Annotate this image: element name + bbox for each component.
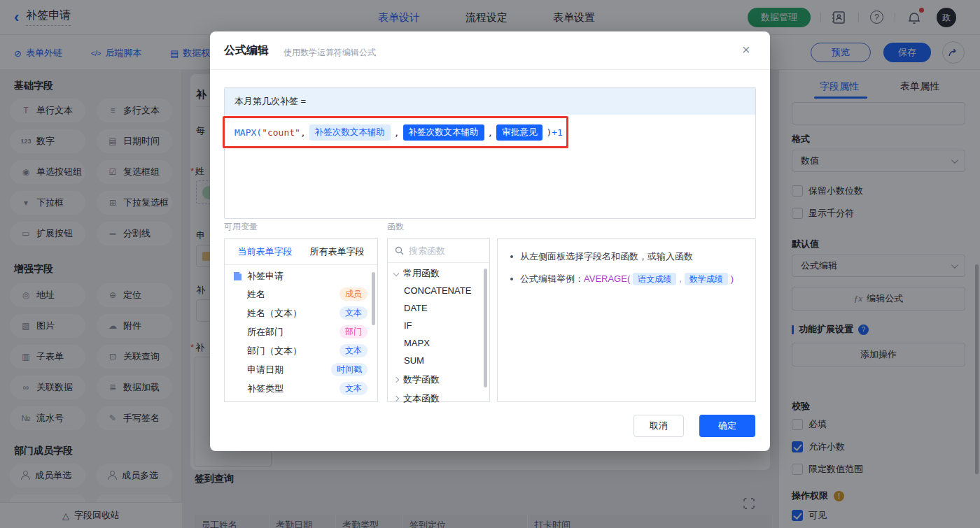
variable-row[interactable]: 补签类型文本	[225, 379, 377, 398]
functions-scrollbar[interactable]	[484, 269, 487, 387]
variable-row[interactable]: 部门（文本）文本	[225, 341, 377, 360]
field-type-badge: 文本	[340, 382, 368, 395]
formula-field-chip-selected[interactable]: 审批意见	[496, 124, 542, 141]
modal-subtitle: 使用数学运算符编辑公式	[284, 47, 376, 59]
variables-label: 可用变量	[224, 221, 258, 233]
search-icon	[395, 246, 404, 255]
formula-target-bar: 本月第几次补签 =	[225, 88, 755, 115]
modal-title: 公式编辑	[224, 43, 269, 58]
field-type-badge: 时间戳	[331, 363, 368, 376]
function-item[interactable]: SUM	[388, 352, 489, 369]
hint-line-2: 公式编辑举例：AVERAGE(语文成绩,数学成绩)	[520, 273, 734, 285]
functions-label: 函数	[387, 221, 404, 233]
formula-expression[interactable]: MAPX("count",补签次数文本辅助,补签次数文本辅助,审批意见)+1	[234, 124, 563, 141]
chevron-expanded-icon	[393, 271, 399, 276]
field-type-badge: 文本	[340, 306, 368, 320]
function-item[interactable]: CONCATENATE	[388, 282, 489, 299]
formula-editor-box[interactable]: 本月第几次补签 = MAPX("count",补签次数文本辅助,补签次数文本辅助…	[224, 87, 756, 219]
hint-line-1: 从左侧面板选择字段名和函数，或输入函数	[520, 250, 693, 263]
confirm-button[interactable]: 确定	[699, 415, 755, 437]
formula-field-chip-selected[interactable]: 补签次数文本辅助	[403, 124, 484, 141]
form-doc-icon	[233, 271, 242, 281]
hints-panel: 从左侧面板选择字段名和函数，或输入函数 公式编辑举例：AVERAGE(语文成绩,…	[497, 238, 756, 402]
close-icon[interactable]: ×	[742, 43, 750, 57]
field-type-badge: 成员	[340, 287, 368, 301]
function-group-math[interactable]: 数学函数	[388, 369, 489, 388]
variable-row[interactable]: 姓名成员	[225, 285, 377, 304]
formula-function-token: MAPX(	[234, 127, 262, 138]
variables-scrollbar[interactable]	[372, 272, 375, 325]
formula-operator-token: +1	[552, 127, 563, 138]
modal-divider	[210, 69, 770, 70]
tab-all-form-fields[interactable]: 所有表单字段	[310, 245, 365, 258]
function-item[interactable]: MAPX	[388, 334, 489, 352]
function-item[interactable]: IF	[388, 317, 489, 334]
app-screen: ‹ 补签申请 表单设计 流程设定 表单设置 数据管理 ? 政 ⊘	[0, 0, 980, 528]
variables-panel: 当前表单字段 所有表单字段 补签申请 姓名成员 姓名（文本）文本 所在部门部门 …	[224, 238, 378, 402]
formula-field-chip[interactable]: 补签次数文本辅助	[309, 124, 391, 141]
function-group-common[interactable]: 常用函数	[388, 263, 489, 282]
formula-editor-modal: 公式编辑 使用数学运算符编辑公式 × 本月第几次补签 = MAPX("count…	[210, 31, 770, 451]
function-group-text[interactable]: 文本函数	[388, 388, 489, 407]
variable-row[interactable]: 姓名（文本）文本	[225, 304, 377, 322]
cancel-button[interactable]: 取消	[634, 415, 684, 437]
variable-row[interactable]: 申请日期时间戳	[225, 360, 377, 379]
function-search-input[interactable]: 搜索函数	[409, 245, 445, 257]
field-type-badge: 部门	[340, 325, 368, 338]
tab-current-form-fields[interactable]: 当前表单字段	[238, 245, 293, 258]
example-field-chip: 语文成绩	[633, 273, 676, 285]
chevron-collapsed-icon	[393, 377, 399, 383]
chevron-collapsed-icon	[393, 396, 399, 401]
function-item[interactable]: DATE	[388, 299, 489, 317]
example-field-chip: 数学成绩	[685, 273, 728, 285]
formula-string-token: "count"	[262, 127, 300, 138]
variable-row[interactable]: 所在部门部门	[225, 322, 377, 341]
tree-form-node[interactable]: 补签申请	[225, 265, 377, 285]
field-type-badge: 文本	[340, 344, 368, 357]
bullet-dot	[510, 278, 513, 280]
functions-panel: 搜索函数 常用函数 CONCATENATE DATE IF MAPX SUM 数…	[387, 238, 490, 402]
bullet-dot	[510, 255, 513, 258]
